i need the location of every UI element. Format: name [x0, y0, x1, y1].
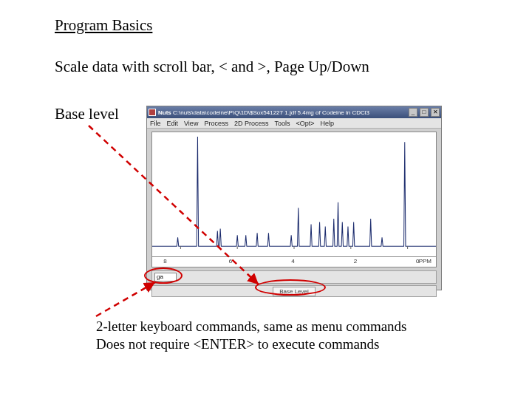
tick-6: 6: [229, 258, 232, 265]
menu-view[interactable]: View: [184, 120, 198, 127]
menu-tools[interactable]: Tools: [274, 120, 290, 127]
spectrum-svg: [152, 132, 436, 256]
spectrum-trace: [152, 137, 436, 246]
ppm-unit-label: PPM: [419, 258, 432, 265]
menu-file[interactable]: File: [150, 120, 161, 127]
window-title: Nuts C:\nuts\data\codeine\P\Q\1D\$Sox541…: [158, 109, 406, 116]
menu-help[interactable]: Help: [320, 120, 334, 127]
minimize-button[interactable]: _: [409, 108, 417, 117]
x-axis: 8 6 4 2 0 PPM: [151, 257, 437, 267]
spectrum-plot[interactable]: [151, 132, 437, 257]
menubar: File Edit View Process 2D Process Tools …: [147, 118, 441, 129]
menu-2d-process[interactable]: 2D Process: [234, 120, 269, 127]
caption-line-2: Does not require <ENTER> to execute comm…: [96, 335, 407, 353]
command-bar: ga: [151, 270, 437, 284]
app-window: Nuts C:\nuts\data\codeine\P\Q\1D\$Sox541…: [146, 106, 442, 290]
command-input[interactable]: ga: [154, 273, 177, 282]
status-bar: Base Level: [151, 285, 437, 297]
close-button[interactable]: ✕: [431, 108, 440, 117]
menu-process[interactable]: Process: [204, 120, 228, 127]
window-title-prefix: Nuts: [158, 109, 171, 116]
caption-line-1: 2-letter keyboard commands, same as menu…: [96, 318, 407, 335]
window-title-path: C:\nuts\data\codeine\P\Q\1D\$Sox541227 1…: [173, 109, 369, 116]
menu-edit[interactable]: Edit: [167, 120, 179, 127]
caption-block: 2-letter keyboard commands, same as menu…: [96, 318, 407, 353]
titlebar: Nuts C:\nuts\data\codeine\P\Q\1D\$Sox541…: [147, 106, 441, 118]
menu-opt[interactable]: <Opt>: [296, 120, 314, 127]
tick-2: 2: [354, 258, 357, 265]
tick-4: 4: [291, 258, 294, 265]
page-title: Program Basics: [55, 16, 152, 35]
app-icon: [149, 109, 156, 116]
instruction-scale: Scale data with scroll bar, < and >, Pag…: [55, 58, 369, 76]
maximize-button[interactable]: □: [420, 108, 429, 117]
status-base-level: Base Level: [273, 287, 316, 296]
tick-8: 8: [163, 258, 166, 265]
base-level-label: Base level: [55, 105, 119, 123]
